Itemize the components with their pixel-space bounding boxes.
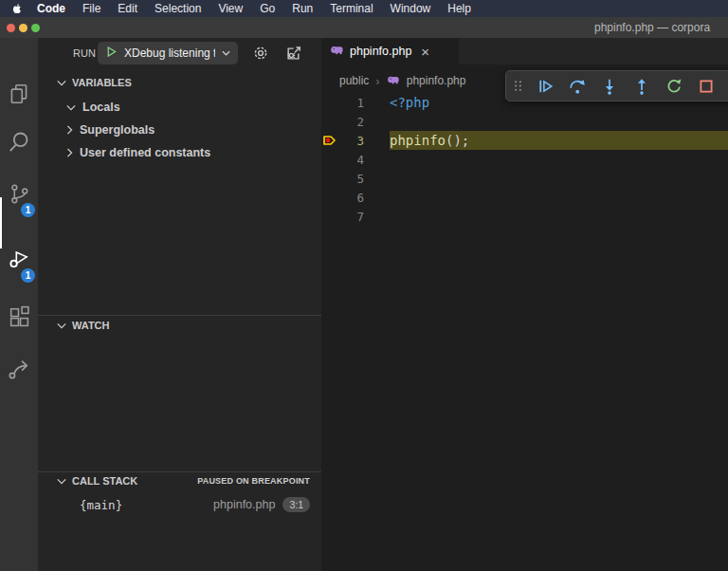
sidebar-item-source-control[interactable]: 1 bbox=[0, 171, 38, 220]
tree-item-label: Superglobals bbox=[80, 123, 155, 137]
line-number[interactable]: 5 bbox=[321, 172, 364, 186]
menu-window[interactable]: Window bbox=[382, 0, 440, 17]
php-open-tag: <?php bbox=[390, 95, 429, 110]
minimize-window-button[interactable] bbox=[19, 24, 27, 32]
breadcrumb-folder[interactable]: public bbox=[339, 74, 369, 87]
run-label: RUN bbox=[73, 47, 96, 59]
watch-title: WATCH bbox=[72, 320, 110, 331]
debug-badge: 1 bbox=[21, 268, 35, 283]
line-number[interactable]: 4 bbox=[321, 153, 364, 167]
close-tab-icon[interactable]: × bbox=[421, 45, 429, 59]
chevron-down-icon bbox=[57, 80, 66, 86]
source-control-badge: 1 bbox=[21, 203, 35, 217]
menu-terminal[interactable]: Terminal bbox=[321, 0, 381, 17]
restart-icon[interactable] bbox=[662, 73, 687, 99]
apple-icon[interactable] bbox=[11, 2, 23, 15]
code-line-5[interactable]: 5 bbox=[321, 169, 728, 188]
debug-console-icon[interactable] bbox=[282, 43, 303, 64]
variables-section-header[interactable]: VARIABLES bbox=[57, 77, 132, 88]
php-file-icon bbox=[330, 43, 344, 61]
window-title-bar: phpinfo.php — corpora bbox=[0, 17, 728, 38]
drag-handle-icon[interactable] bbox=[510, 78, 525, 95]
sidebar-item-run-and-debug[interactable]: 1 bbox=[0, 236, 38, 286]
punctuation-token: (); bbox=[446, 133, 469, 148]
step-over-icon[interactable] bbox=[565, 73, 591, 99]
breadcrumb-separator-icon: › bbox=[375, 74, 379, 88]
search-icon bbox=[7, 130, 31, 158]
variables-title: VARIABLES bbox=[72, 77, 132, 88]
chevron-down-icon bbox=[57, 322, 66, 329]
menu-selection[interactable]: Selection bbox=[146, 0, 209, 17]
run-toolbar: RUN XDebug listening t bbox=[38, 41, 321, 65]
start-debug-icon[interactable] bbox=[105, 46, 118, 61]
frame-file: phpinfo.php bbox=[213, 498, 275, 511]
chevron-down-icon bbox=[57, 478, 66, 485]
activity-bar: 1 1 bbox=[0, 38, 38, 571]
files-icon bbox=[7, 82, 31, 110]
menu-file[interactable]: File bbox=[74, 0, 109, 17]
extensions-icon bbox=[8, 304, 31, 332]
code-line-6[interactable]: 6 bbox=[321, 188, 728, 207]
gear-icon[interactable] bbox=[250, 43, 271, 64]
chevron-right-icon bbox=[66, 148, 73, 157]
frame-location-badge: 3:1 bbox=[282, 497, 310, 512]
macos-menu-bar: Code File Edit Selection View Go Run Ter… bbox=[0, 0, 728, 17]
code-line-7[interactable]: 7 bbox=[321, 207, 728, 226]
frame-name: {main} bbox=[80, 498, 122, 512]
call-stack-section-header[interactable]: CALL STACK PAUSED ON BREAKPOINT bbox=[57, 475, 310, 487]
code-line-2[interactable]: 2 bbox=[321, 112, 728, 131]
menu-run[interactable]: Run bbox=[283, 0, 321, 17]
function-call-token: phpinfo bbox=[390, 133, 446, 148]
variables-item-locals[interactable]: Locals bbox=[66, 97, 120, 118]
tab-phpinfo[interactable]: phpinfo.php × bbox=[321, 38, 459, 64]
vscode-window: Code File Edit Selection View Go Run Ter… bbox=[0, 0, 728, 571]
sidebar-item-explorer[interactable] bbox=[0, 71, 38, 120]
code-line-4[interactable]: 4 bbox=[321, 150, 728, 169]
debug-sidebar: RUN XDebug listening t bbox=[38, 38, 321, 571]
breakpoint-current-line-icon[interactable] bbox=[322, 133, 337, 151]
line-number[interactable]: 2 bbox=[321, 115, 364, 129]
menu-go[interactable]: Go bbox=[251, 0, 283, 17]
menu-view[interactable]: View bbox=[209, 0, 251, 17]
stop-icon[interactable] bbox=[694, 73, 719, 99]
section-divider[interactable] bbox=[38, 315, 321, 316]
call-stack-title: CALL STACK bbox=[72, 475, 137, 487]
watch-section-header[interactable]: WATCH bbox=[57, 320, 110, 331]
line-number[interactable]: 1 bbox=[321, 96, 364, 110]
breadcrumb-file[interactable]: phpinfo.php bbox=[407, 74, 466, 87]
tab-label: phpinfo.php bbox=[350, 45, 411, 58]
window-title: phpinfo.php — corpora bbox=[594, 17, 710, 38]
debug-config-dropdown[interactable]: XDebug listening t bbox=[98, 42, 238, 64]
step-out-icon[interactable] bbox=[629, 73, 655, 99]
share-icon bbox=[7, 357, 31, 385]
code-area[interactable]: 1 <?php 2 3 phpinfo(); 4 bbox=[321, 93, 728, 226]
variables-item-superglobals[interactable]: Superglobals bbox=[66, 120, 155, 140]
tree-item-label: User defined constants bbox=[80, 146, 210, 159]
close-window-button[interactable] bbox=[7, 24, 15, 32]
continue-icon[interactable] bbox=[533, 73, 558, 99]
debug-config-name: XDebug listening t bbox=[124, 46, 215, 60]
sidebar-item-share[interactable] bbox=[0, 346, 38, 396]
step-into-icon[interactable] bbox=[597, 73, 623, 99]
sidebar-item-search[interactable] bbox=[0, 120, 38, 169]
zoom-window-button[interactable] bbox=[31, 24, 40, 32]
paused-status-badge: PAUSED ON BREAKPOINT bbox=[197, 476, 310, 486]
variables-item-user-defined-constants[interactable]: User defined constants bbox=[66, 142, 210, 163]
call-stack-frame[interactable]: {main} phpinfo.php 3:1 bbox=[38, 495, 310, 514]
code-line-3-current[interactable]: 3 phpinfo(); bbox=[321, 131, 728, 150]
php-file-icon bbox=[387, 73, 400, 89]
chevron-right-icon bbox=[66, 125, 73, 135]
chevron-down-icon bbox=[66, 104, 76, 111]
menu-help[interactable]: Help bbox=[439, 0, 480, 17]
breadcrumb: public › phpinfo.php bbox=[339, 70, 465, 91]
chevron-down-icon bbox=[222, 50, 230, 56]
debug-toolbar bbox=[505, 70, 728, 101]
sidebar-item-extensions[interactable] bbox=[0, 293, 38, 342]
tree-item-label: Locals bbox=[82, 101, 120, 114]
line-number[interactable]: 6 bbox=[321, 191, 364, 205]
editor-group: phpinfo.php × public › phpinfo.php bbox=[321, 38, 728, 571]
section-divider[interactable] bbox=[38, 471, 321, 472]
line-number[interactable]: 7 bbox=[321, 210, 364, 224]
menu-edit[interactable]: Edit bbox=[109, 0, 146, 17]
menu-code[interactable]: Code bbox=[28, 0, 74, 17]
